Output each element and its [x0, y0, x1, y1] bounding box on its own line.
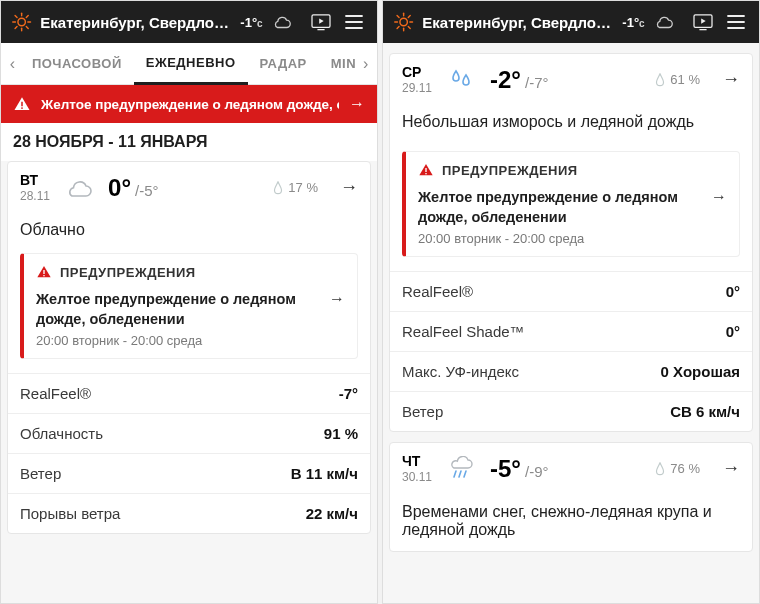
- svg-line-38: [464, 471, 466, 477]
- drop-icon: [654, 73, 666, 87]
- svg-rect-17: [43, 270, 44, 274]
- arrow-right-icon: →: [722, 458, 740, 479]
- location-name[interactable]: Екатеринбург, Свердловск: [422, 14, 614, 31]
- day-card-tue[interactable]: ВТ 28.11 0° /-5° 17 % → Облач: [7, 161, 371, 534]
- low-temp: /-7°: [525, 74, 549, 91]
- svg-line-27: [408, 15, 410, 17]
- precipitation: 17 %: [272, 180, 318, 195]
- precipitation: 61 %: [654, 72, 700, 87]
- high-temp: 0°: [108, 174, 131, 202]
- day-card-wed[interactable]: СР 29.11 -2° /-7° 61 % → Небо: [389, 53, 753, 432]
- day-date: 30.11: [402, 470, 432, 484]
- condition-text: Небольшая изморось и ледяной дождь: [390, 105, 752, 135]
- detail-cloudiness: Облачность 91 %: [8, 413, 370, 453]
- condition-text: Временами снег, снежно-ледяная крупа и л…: [390, 495, 752, 551]
- day-of-week: ВТ: [20, 172, 50, 189]
- drop-icon: [272, 181, 284, 195]
- date-range: 28 НОЯБРЯ - 11 ЯНВАРЯ: [1, 123, 377, 161]
- logo-sun-icon: [393, 11, 414, 33]
- detail-wind: Ветер СВ 6 км/ч: [390, 391, 752, 431]
- current-temp: -1°c: [622, 15, 644, 30]
- svg-line-7: [15, 27, 17, 29]
- svg-line-36: [454, 471, 456, 477]
- arrow-right-icon: →: [722, 69, 740, 90]
- nav-tabs: ‹ ПОЧАСОВОЙ ЕЖЕДНЕВНО РАДАР MIN ›: [1, 43, 377, 85]
- warning-block[interactable]: ПРЕДУПРЕЖДЕНИЯ Желтое предупреждение о л…: [20, 253, 358, 359]
- svg-line-8: [26, 15, 28, 17]
- day-card-thu[interactable]: ЧТ 30.11 -5° /-9° 76 % → Време: [389, 442, 753, 551]
- arrow-right-icon: →: [349, 95, 365, 113]
- high-temp: -2°: [490, 66, 521, 94]
- location-name[interactable]: Екатеринбург, Свердловск: [40, 14, 232, 31]
- detail-realfeel: RealFeel® 0°: [390, 271, 752, 311]
- svg-marker-10: [319, 18, 324, 23]
- svg-rect-18: [43, 275, 44, 276]
- low-temp: /-9°: [525, 463, 549, 480]
- logo-sun-icon: [11, 11, 32, 33]
- warning-block[interactable]: ПРЕДУПРЕЖДЕНИЯ Желтое предупреждение о л…: [402, 151, 740, 257]
- app-header: Екатеринбург, Свердловск -1°c: [383, 1, 759, 43]
- warning-label: ПРЕДУПРЕЖДЕНИЯ: [60, 265, 196, 280]
- video-icon[interactable]: [309, 9, 334, 35]
- svg-line-24: [397, 15, 399, 17]
- cloudy-icon: [62, 173, 96, 203]
- warning-time: 20:00 вторник - 20:00 среда: [36, 333, 321, 348]
- tab-radar[interactable]: РАДАР: [248, 43, 319, 85]
- warning-time: 20:00 вторник - 20:00 среда: [418, 231, 703, 246]
- alert-banner[interactable]: Желтое предупреждение о ледяном дожде, о…: [1, 85, 377, 123]
- warning-title: Желтое предупреждение о ледяном дожде, о…: [418, 188, 703, 227]
- tab-minutecast[interactable]: MIN: [319, 43, 358, 85]
- warning-label: ПРЕДУПРЕЖДЕНИЯ: [442, 163, 578, 178]
- day-of-week: СР: [402, 64, 432, 81]
- svg-line-37: [459, 471, 461, 477]
- warning-icon: [418, 162, 434, 178]
- svg-line-5: [15, 15, 17, 17]
- arrow-right-icon: →: [711, 188, 727, 206]
- low-temp: /-5°: [135, 182, 159, 199]
- warning-icon: [13, 95, 31, 113]
- app-header: Екатеринбург, Свердловск -1°c: [1, 1, 377, 43]
- day-date: 29.11: [402, 81, 432, 95]
- chevron-left-icon[interactable]: ‹: [5, 55, 20, 73]
- tab-hourly[interactable]: ПОЧАСОВОЙ: [20, 43, 134, 85]
- condition-text: Облачно: [8, 213, 370, 243]
- detail-gust: Порывы ветра 22 км/ч: [8, 493, 370, 533]
- svg-rect-34: [425, 168, 426, 172]
- chevron-right-icon[interactable]: ›: [358, 55, 373, 73]
- alert-text: Желтое предупреждение о ледяном дожде, о…: [41, 97, 339, 112]
- cloud-icon: [271, 14, 293, 30]
- drop-icon: [654, 462, 666, 476]
- day-date: 28.11: [20, 189, 50, 203]
- day-of-week: ЧТ: [402, 453, 432, 470]
- svg-point-19: [400, 18, 407, 25]
- arrow-right-icon: →: [340, 177, 358, 198]
- svg-line-26: [397, 27, 399, 29]
- menu-icon[interactable]: [724, 9, 749, 35]
- tab-daily[interactable]: ЕЖЕДНЕВНО: [134, 43, 248, 85]
- precipitation: 76 %: [654, 461, 700, 476]
- high-temp: -5°: [490, 455, 521, 483]
- svg-line-6: [26, 27, 28, 29]
- video-icon[interactable]: [691, 9, 716, 35]
- freezing-rain-icon: [444, 65, 478, 95]
- svg-rect-15: [21, 102, 23, 107]
- svg-point-0: [18, 18, 25, 25]
- menu-icon[interactable]: [342, 9, 367, 35]
- svg-line-25: [408, 27, 410, 29]
- sleet-icon: [444, 454, 478, 484]
- detail-realfeel: RealFeel® -7°: [8, 373, 370, 413]
- arrow-right-icon: →: [329, 290, 345, 308]
- svg-marker-29: [701, 18, 706, 23]
- svg-rect-35: [425, 173, 426, 174]
- current-temp: -1°c: [240, 15, 262, 30]
- detail-wind: Ветер В 11 км/ч: [8, 453, 370, 493]
- detail-realfeel-shade: RealFeel Shade™ 0°: [390, 311, 752, 351]
- svg-rect-16: [21, 107, 23, 109]
- detail-uv: Макс. УФ-индекс 0 Хорошая: [390, 351, 752, 391]
- warning-title: Желтое предупреждение о ледяном дожде, о…: [36, 290, 321, 329]
- warning-icon: [36, 264, 52, 280]
- cloud-icon: [653, 14, 675, 30]
